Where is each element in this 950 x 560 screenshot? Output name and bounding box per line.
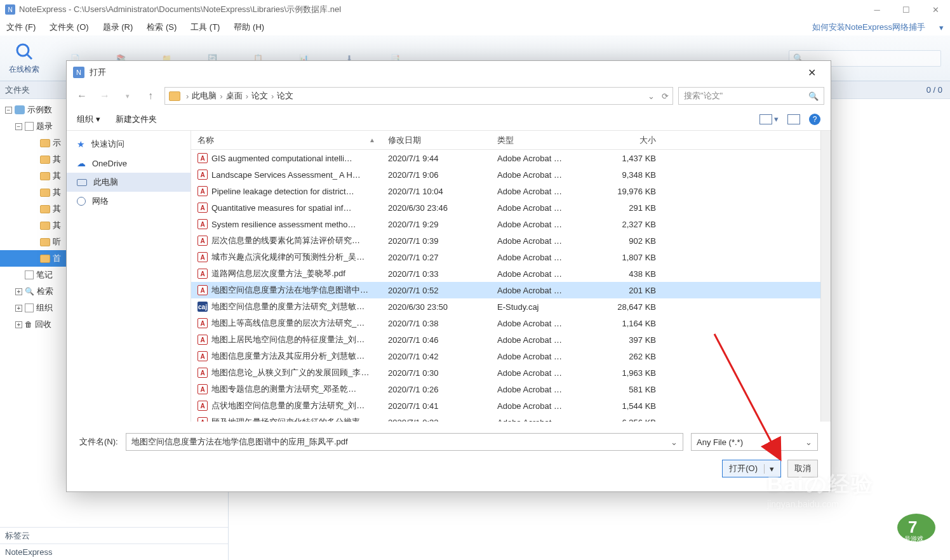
filetype-filter[interactable]: Any File (*.*) ⌄ [691, 433, 818, 451]
chevron-down-icon[interactable]: ▾ [939, 23, 944, 32]
sidebar-this-pc[interactable]: 此电脑 [67, 173, 191, 192]
minimize-button[interactable]: ─ [862, 0, 892, 19]
dialog-close-button[interactable]: ✕ [799, 63, 824, 82]
file-size: 581 KB [592, 385, 662, 394]
file-name: 城市兴趣点演化规律的可预测性分析_吴… [211, 251, 365, 263]
chevron-down-icon[interactable]: ⌄ [648, 91, 655, 101]
organize-button[interactable]: 组织 ▾ [77, 114, 100, 125]
file-name: 顾及地理矢量场空间变化特征的多分辨率… [211, 417, 368, 422]
maximize-button[interactable]: ☐ [892, 0, 921, 19]
file-type: Adobe Acrobat … [491, 187, 592, 196]
nav-back-button[interactable]: ← [73, 87, 91, 105]
dialog-search-input[interactable]: 搜索"论文" 🔍 [678, 87, 824, 105]
folder-icon [40, 222, 50, 230]
breadcrumb-seg[interactable]: 桌面› [226, 90, 250, 102]
pdf-icon: A [197, 153, 208, 163]
section-tags[interactable]: 标签云 [0, 527, 228, 543]
app-title: NoteExpress - C:\Users\Administrator\Doc… [19, 4, 341, 15]
file-type: Adobe Acrobat … [491, 368, 592, 378]
menu-folder[interactable]: 文件夹 (O) [50, 22, 88, 33]
dialog-title: 打开 [90, 67, 106, 78]
file-row[interactable]: A城市兴趣点演化规律的可预测性分析_吴…2020/7/1 0:27Adobe A… [191, 249, 820, 265]
pdf-icon: A [197, 335, 208, 345]
file-type: Adobe Acrobat … [491, 203, 592, 213]
file-row[interactable]: A地图信息度量方法及其应用分析_刘慧敏…2020/7/1 0:42Adobe A… [191, 348, 820, 364]
file-type: E-Study.caj [491, 302, 592, 312]
breadcrumb-seg[interactable]: 论文 [277, 90, 293, 102]
file-row[interactable]: AQuantitative measures for spatial inf…2… [191, 199, 820, 216]
file-row[interactable]: caj地图空间信息量的度量方法研究_刘慧敏…2020/6/30 23:50E-S… [191, 298, 820, 315]
toolbar-online-search[interactable]: 在线检索 [9, 41, 39, 75]
help-button[interactable]: ? [809, 114, 820, 125]
file-size: 9,348 KB [592, 170, 662, 180]
file-row[interactable]: A地图空间信息度量方法在地学信息图谱中…2020/7/1 0:52Adobe A… [191, 282, 820, 298]
file-row[interactable]: A点状地图空间信息量的度量方法研究_刘…2020/7/1 0:41Adobe A… [191, 397, 820, 414]
nav-forward-button[interactable]: → [96, 87, 114, 105]
nav-history-button[interactable]: ▾ [119, 87, 137, 105]
file-row[interactable]: A层次信息量的线要素化简算法评价研究…2020/7/1 0:39Adobe Ac… [191, 232, 820, 249]
caj-icon: caj [197, 302, 208, 312]
cloud-icon: ☁ [77, 158, 86, 168]
newfolder-button[interactable]: 新建文件夹 [116, 114, 157, 125]
file-date: 2020/6/30 23:46 [382, 203, 491, 213]
file-size: 1,807 KB [592, 253, 662, 262]
breadcrumb-seg[interactable]: 论文› [251, 90, 276, 102]
file-row[interactable]: ASystem resilience assessment metho…2020… [191, 216, 820, 232]
file-date: 2020/7/1 9:29 [382, 220, 491, 229]
file-row[interactable]: A地图专题信息的测量方法研究_邓圣乾…2020/7/1 0:26Adobe Ac… [191, 381, 820, 397]
file-row[interactable]: A地图信息论_从狭义到广义的发展回顾_李…2020/7/1 0:30Adobe … [191, 364, 820, 381]
sidebar-onedrive[interactable]: ☁OneDrive [67, 154, 191, 173]
file-row[interactable]: APipeline leakage detection for district… [191, 183, 820, 199]
menu-search[interactable]: 检索 (S) [147, 22, 177, 33]
refresh-icon[interactable]: ⟳ [662, 91, 669, 101]
file-name: 地图空间信息量的度量方法研究_刘慧敏… [211, 301, 365, 312]
install-link[interactable]: 如何安装NoteExpress网络捕手 [812, 22, 925, 33]
folder-icon [40, 156, 50, 164]
menu-file[interactable]: 文件 (F) [6, 22, 36, 33]
pdf-icon: A [197, 318, 208, 328]
col-size[interactable]: 大小 [592, 135, 662, 146]
file-row[interactable]: A地图上居民地空间信息的特征度量法_刘…2020/7/1 0:46Adobe A… [191, 331, 820, 348]
list-header: 名称▲ 修改日期 类型 大小 [191, 131, 820, 150]
file-date: 2020/7/1 0:38 [382, 319, 491, 328]
col-date[interactable]: 修改日期 [382, 135, 491, 146]
sidebar-quick-access[interactable]: ★快速访问 [67, 135, 191, 154]
file-size: 1,437 KB [592, 154, 662, 163]
file-type: Adobe Acrobat … [491, 236, 592, 246]
filename-input[interactable]: 地图空间信息度量方法在地学信息图谱中的应用_陈凤平.pdf ⌄ [126, 433, 683, 451]
close-button[interactable]: ✕ [921, 0, 950, 19]
file-size: 902 KB [592, 236, 662, 246]
pdf-icon: A [197, 219, 208, 229]
file-size: 19,976 KB [592, 187, 662, 196]
dialog-nav: ← → ▾ ↑ › 此电脑› 桌面› 论文› 论文 ⌄ ⟳ 搜索"论文" 🔍 [67, 84, 831, 108]
app-icon: N [73, 67, 84, 78]
sidebar-network[interactable]: 网络 [67, 192, 191, 211]
page-icon [25, 122, 34, 131]
col-type[interactable]: 类型 [491, 135, 592, 146]
folder-icon [40, 238, 50, 246]
section-noteexpress[interactable]: NoteExpress [0, 543, 228, 560]
file-name: 地图上等高线信息度量的层次方法研究_… [211, 317, 365, 329]
file-row[interactable]: A地图上等高线信息度量的层次方法研究_…2020/7/1 0:38Adobe A… [191, 315, 820, 331]
folder-icon [40, 205, 50, 213]
nav-up-button[interactable]: ↑ [142, 87, 159, 105]
col-name[interactable]: 名称▲ [191, 135, 382, 146]
file-row[interactable]: ALandscape Services Assessment_ A H…2020… [191, 166, 820, 183]
file-size: 1,164 KB [592, 319, 662, 328]
file-row[interactable]: A顾及地理矢量场空间变化特征的多分辨率…2020/7/1 0:32Adobe A… [191, 414, 820, 422]
file-name: 地图信息论_从狭义到广义的发展回顾_李… [211, 367, 369, 378]
scrollbar[interactable] [820, 131, 831, 422]
preview-button[interactable] [787, 114, 800, 124]
chevron-down-icon[interactable]: ⌄ [671, 437, 678, 447]
breadcrumb-seg[interactable]: 此电脑› [192, 90, 224, 102]
file-row[interactable]: A道路网信息层次度量方法_姜晓琴.pdf2020/7/1 0:33Adobe A… [191, 265, 820, 282]
menu-record[interactable]: 题录 (R) [103, 22, 133, 33]
dialog-sidebar: ★快速访问 ☁OneDrive 此电脑 网络 [67, 131, 191, 422]
file-row[interactable]: AGIS augmented computational intelli…202… [191, 150, 820, 166]
menu-help[interactable]: 帮助 (H) [234, 22, 264, 33]
view-menu-button[interactable]: ▾ [759, 114, 779, 124]
breadcrumb[interactable]: › 此电脑› 桌面› 论文› 论文 ⌄ ⟳ [164, 87, 673, 105]
menu-tools[interactable]: 工具 (T) [191, 22, 220, 33]
svg-point-0 [17, 44, 29, 56]
chevron-down-icon: ⌄ [805, 437, 812, 447]
